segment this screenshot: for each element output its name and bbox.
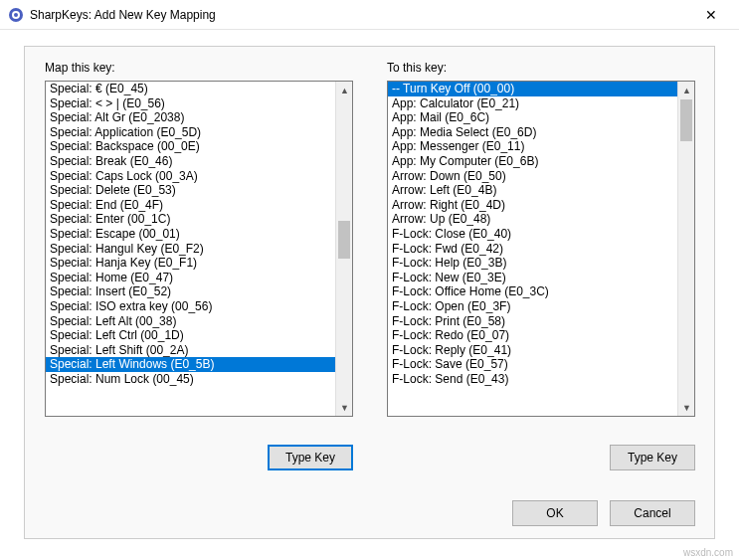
list-item[interactable]: Special: End (E0_4F) <box>46 198 335 213</box>
list-item[interactable]: Special: Alt Gr (E0_2038) <box>46 110 335 125</box>
list-item[interactable]: Special: Delete (E0_53) <box>46 183 335 198</box>
list-item[interactable]: Special: Left Windows (E0_5B) <box>46 357 335 372</box>
list-item[interactable]: App: Calculator (E0_21) <box>388 96 677 111</box>
list-item[interactable]: F-Lock: New (E0_3E) <box>388 271 677 285</box>
list-item[interactable]: Special: Backspace (00_0E) <box>46 139 335 154</box>
list-item[interactable]: F-Lock: Print (E0_58) <box>388 314 677 329</box>
list-item[interactable]: Arrow: Right (E0_4D) <box>388 198 677 213</box>
list-item[interactable]: F-Lock: Help (E0_3B) <box>388 256 677 271</box>
list-item[interactable]: Special: Num Lock (00_45) <box>46 372 335 387</box>
list-item[interactable]: Special: € (E0_45) <box>46 82 335 96</box>
list-item[interactable]: F-Lock: Office Home (E0_3C) <box>388 284 677 299</box>
list-item[interactable]: Special: Application (E0_5D) <box>46 125 335 140</box>
scroll-up-icon[interactable]: ▲ <box>678 82 695 98</box>
list-item[interactable]: Special: Left Shift (00_2A) <box>46 343 335 358</box>
scroll-thumb[interactable] <box>338 221 350 259</box>
cancel-button[interactable]: Cancel <box>610 500 695 526</box>
sharpkeys-icon <box>8 7 24 23</box>
type-key-from-button[interactable]: Type Key <box>268 445 353 470</box>
window-title: SharpKeys: Add New Key Mapping <box>30 8 691 22</box>
list-item[interactable]: App: Media Select (E0_6D) <box>388 125 677 140</box>
list-item[interactable]: Special: Left Ctrl (00_1D) <box>46 328 335 343</box>
list-item[interactable]: -- Turn Key Off (00_00) <box>388 82 677 96</box>
list-item[interactable]: Special: Home (E0_47) <box>46 271 335 285</box>
list-item[interactable]: Special: Insert (E0_52) <box>46 284 335 299</box>
list-item[interactable]: App: Messenger (E0_11) <box>388 139 677 154</box>
list-item[interactable]: F-Lock: Save (E0_57) <box>388 357 677 372</box>
to-key-scrollbar[interactable]: ▲ ▼ <box>677 82 694 416</box>
list-item[interactable]: Special: Enter (00_1C) <box>46 212 335 227</box>
svg-point-2 <box>14 13 18 17</box>
list-item[interactable]: App: My Computer (E0_6B) <box>388 154 677 169</box>
scroll-down-icon[interactable]: ▼ <box>336 399 353 416</box>
list-item[interactable]: Special: Break (E0_46) <box>46 154 335 169</box>
list-item[interactable]: Special: Caps Lock (00_3A) <box>46 169 335 184</box>
from-key-scrollbar[interactable]: ▲ ▼ <box>335 82 352 416</box>
list-item[interactable]: Arrow: Left (E0_4B) <box>388 183 677 198</box>
to-this-key-label: To this key: <box>387 61 447 75</box>
list-item[interactable]: F-Lock: Open (E0_3F) <box>388 299 677 314</box>
list-item[interactable]: Special: < > | (E0_56) <box>46 96 335 111</box>
map-this-key-label: Map this key: <box>45 61 115 75</box>
list-item[interactable]: F-Lock: Send (E0_43) <box>388 372 677 387</box>
to-key-listbox[interactable]: -- Turn Key Off (00_00)App: Calculator (… <box>387 81 695 417</box>
list-item[interactable]: Special: Hanja Key (E0_F1) <box>46 256 335 271</box>
ok-button[interactable]: OK <box>512 500 598 526</box>
list-item[interactable]: Special: Escape (00_01) <box>46 227 335 242</box>
list-item[interactable]: Special: Hangul Key (E0_F2) <box>46 242 335 257</box>
list-item[interactable]: App: Mail (E0_6C) <box>388 110 677 125</box>
type-key-to-button[interactable]: Type Key <box>610 445 695 470</box>
list-item[interactable]: F-Lock: Close (E0_40) <box>388 227 677 242</box>
scroll-down-icon[interactable]: ▼ <box>678 399 695 416</box>
scroll-up-icon[interactable]: ▲ <box>336 82 353 98</box>
dialog-frame: Map this key: To this key: Special: € (E… <box>24 46 715 539</box>
scroll-thumb[interactable] <box>680 99 692 141</box>
watermark: wsxdn.com <box>683 547 733 558</box>
list-item[interactable]: Special: Left Alt (00_38) <box>46 314 335 329</box>
list-item[interactable]: Arrow: Up (E0_48) <box>388 212 677 227</box>
list-item[interactable]: F-Lock: Redo (E0_07) <box>388 328 677 343</box>
titlebar: SharpKeys: Add New Key Mapping ✕ <box>0 0 739 30</box>
list-item[interactable]: F-Lock: Fwd (E0_42) <box>388 242 677 257</box>
from-key-listbox[interactable]: Special: € (E0_45)Special: < > | (E0_56)… <box>45 81 353 417</box>
list-item[interactable]: Special: ISO extra key (00_56) <box>46 299 335 314</box>
close-icon[interactable]: ✕ <box>691 0 731 30</box>
list-item[interactable]: Arrow: Down (E0_50) <box>388 169 677 184</box>
list-item[interactable]: F-Lock: Reply (E0_41) <box>388 343 677 358</box>
